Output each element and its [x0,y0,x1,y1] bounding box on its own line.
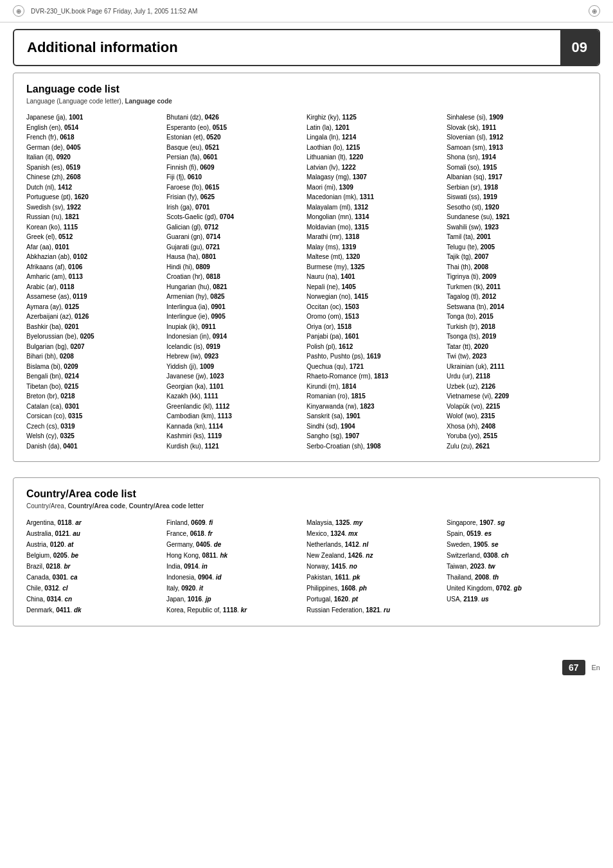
lang-code: 1919 [483,193,497,200]
country-name: Chile, [26,585,44,592]
lang-item: Greek (el), 0512 [26,232,161,242]
country-name: Pakistan, [306,574,335,581]
lang-name: English (en), [26,124,64,131]
country-item: Philippines, 1608. ph [306,583,441,594]
lang-item: Bulgarian (bg), 0207 [26,342,161,352]
country-letter: nz [366,552,373,559]
lang-name: Greenlandic (kl), [166,403,215,410]
lang-name: Xhosa (xh), [447,423,481,430]
lang-item: Kazakh (kk), 1111 [166,391,301,402]
lang-item: Russian (ru), 1821 [26,212,161,222]
lang-item: Basque (eu), 0521 [166,143,301,153]
lang-name: Volapük (vo), [447,403,486,410]
country-item: France, 0618. fr [166,528,301,539]
lang-code: 1915 [483,164,497,171]
lang-code: 2215 [486,403,500,410]
lang-code: 1815 [351,393,365,400]
lang-code: 2408 [481,423,495,430]
lang-code: 0215 [64,383,78,390]
lang-item: Inupiak (ik), 0911 [166,322,301,332]
country-item: Portugal, 1620. pt [306,594,441,605]
lang-item: Sanskrit (sa), 1901 [306,411,441,421]
country-code: 1426 [348,552,362,559]
lang-code: 1315 [354,224,368,231]
lang-code: 2008 [474,263,488,270]
lang-name: Tonga (to), [447,313,479,320]
lang-code: 0118 [60,283,74,290]
lang-code: 0325 [60,432,75,439]
lang-item: Hungarian (hu), 0821 [166,282,301,292]
lang-code: 0521 [205,144,219,151]
lang-name: Ukrainian (uk), [447,363,490,370]
lang-name: Irish (ga), [166,204,195,211]
lang-column-2: Kirghiz (ky), 1125Latin (la), 1201Lingal… [306,112,447,451]
lang-code: 1009 [200,363,214,370]
lang-item: Urdu (ur), 2118 [447,371,582,382]
lang-code: 0609 [200,164,214,171]
lang-item: Malay (ms), 1319 [306,242,441,252]
lang-item: Tigrinya (ti), 2009 [447,272,582,282]
country-item: Argentina, 0118. ar [26,517,161,528]
lang-item: Tatar (tt), 2020 [447,342,582,352]
lang-item: Spanish (es), 0519 [26,163,161,173]
lang-code: 1318 [345,233,359,240]
lang-name: Chinese (zh), [26,173,66,181]
lang-code: 0119 [73,293,87,300]
lang-item: Tagalog (tl), 2012 [447,292,582,302]
lang-name: Lingala (ln), [306,134,342,141]
lang-item: Interlingua (ia), 0901 [166,302,301,312]
lang-name: Bashkir (ba), [26,323,64,330]
lang-item: Cambodian (km), 1113 [166,411,301,421]
lang-name: Serbo-Croatian (sh), [306,443,366,450]
lang-item: Tsonga (ts), 2019 [447,332,582,342]
country-item: Italy, 0920. it [166,583,301,594]
lang-name: Bislama (bi), [26,363,64,370]
lang-code: 2014 [490,303,504,310]
country-code: 0618 [190,530,204,537]
lang-name: Somali (so), [447,164,483,171]
lang-item: Galician (gl), 0712 [166,222,301,233]
lang-name: Panjabi (pa), [306,333,344,340]
country-letter: jp [206,596,211,603]
lang-code: 2111 [490,363,504,370]
lang-name: Sesotho (st), [447,204,484,211]
lang-code: 1721 [350,363,364,370]
lang-item: Frisian (fy), 0625 [166,192,301,202]
lang-item: Setswana (tn), 2014 [447,302,582,312]
country-letter: mx [348,530,357,537]
country-code: 1905 [474,541,488,548]
lang-code: 0914 [213,333,227,340]
lang-name: Siswati (ss), [447,193,483,200]
lang-name: Tamil (ta), [447,233,477,240]
page-title: Additional information [14,30,560,65]
lang-name: Maltese (mt), [306,253,346,260]
lang-name: Hungarian (hu), [166,283,213,290]
lang-item: Kinyarwanda (rw), 1823 [306,402,441,412]
lang-item: Korean (ko), 1115 [26,222,161,233]
lang-item: Serbian (sr), 1918 [447,182,582,193]
country-item: China, 0314. cn [26,594,161,605]
country-code: 0205 [53,552,67,559]
lang-name: Marathi (mr), [306,233,345,240]
lang-code: 2005 [481,244,495,251]
lang-code: 2007 [474,253,488,260]
lang-name: Nauru (na), [306,273,341,280]
lang-name: Scots-Gaelic (gd), [166,213,220,220]
lang-item: Chinese (zh), 2608 [26,172,161,182]
lang-name: Serbian (sr), [447,184,484,191]
lang-code: 0721 [206,244,220,251]
lang-item: Breton (br), 0218 [26,391,161,402]
lang-name: Sinhalese (si), [447,114,489,121]
subtitle-bold: Language code [125,98,172,105]
country-item: Australia, 0121. au [26,528,161,539]
lang-name: Yiddish (ji), [166,363,200,370]
lang-code: 1911 [482,124,496,131]
lang-name: Tigrinya (ti), [447,273,482,280]
lang-code: 2515 [483,432,497,439]
country-section-title: Country/Area code list [26,488,587,500]
lang-code: 2315 [481,412,495,420]
lang-code: 1914 [481,154,495,161]
lang-code: 0208 [60,353,74,360]
country-letter: ar [75,519,81,526]
country-item: Korea, Republic of, 1118. kr [166,605,301,616]
